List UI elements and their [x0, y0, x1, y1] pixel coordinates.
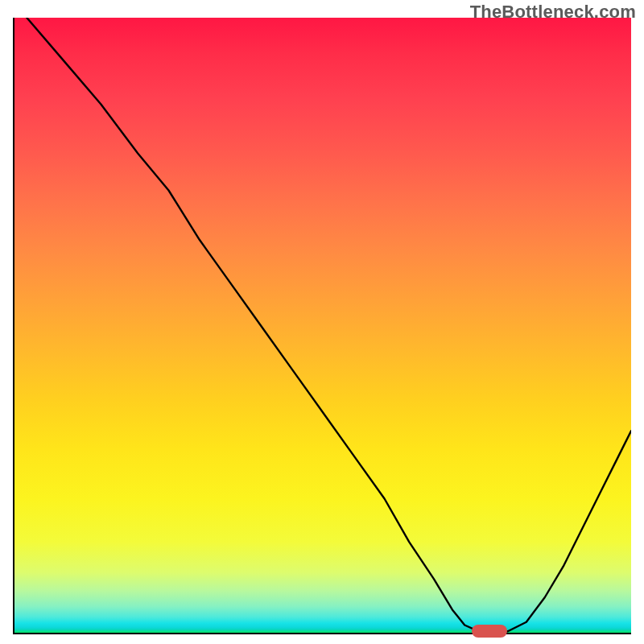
chart-container: TheBottleneck.com	[0, 0, 644, 644]
watermark-text: TheBottleneck.com	[470, 2, 636, 23]
plot-area	[14, 18, 631, 634]
optimal-marker	[472, 625, 507, 638]
y-axis	[13, 18, 14, 634]
curve-svg	[14, 18, 631, 634]
x-axis	[14, 633, 631, 634]
bottleneck-curve	[27, 18, 631, 631]
